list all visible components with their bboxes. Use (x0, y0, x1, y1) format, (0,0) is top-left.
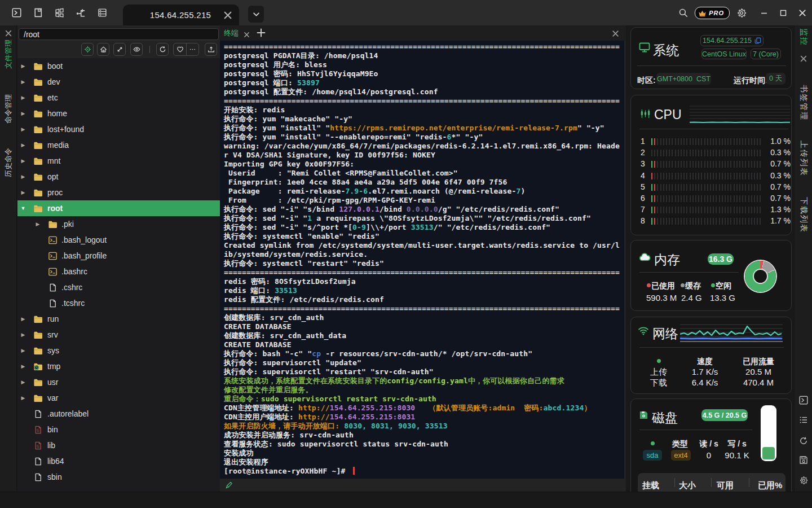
chevron-right-icon[interactable]: ▶ (20, 332, 26, 338)
tree-item--bash-profile[interactable]: .bash_profile (17, 248, 220, 264)
sidebar-tab-download-list[interactable]: 下载列表 (798, 197, 809, 233)
chevron-right-icon[interactable]: ▶ (20, 364, 26, 369)
locate-button[interactable] (81, 43, 94, 56)
sidebar-tab-monitor[interactable]: 监控 (798, 28, 809, 46)
tab-dropdown-button[interactable] (248, 6, 264, 23)
tree-item-lib[interactable]: lib (17, 437, 220, 453)
sidebar-tab-command-manager[interactable]: 命令管理 (3, 94, 14, 124)
quick-command-icon[interactable] (225, 481, 233, 489)
tree-item-dev[interactable]: ▶dev (17, 74, 220, 90)
chevron-right-icon[interactable]: ▶ (20, 174, 26, 179)
network-row-speed: 1.7 K/s (683, 367, 727, 376)
settings-gear-icon[interactable] (736, 8, 747, 18)
tree-item-boot[interactable]: ▶boot (17, 58, 220, 74)
sidebar-tab-bookmarks[interactable]: 书签管理 (798, 85, 809, 121)
tree-item--bash-logout[interactable]: .bash_logout (17, 232, 220, 248)
tree-item-lib64[interactable]: lib64 (17, 453, 220, 469)
sidebar-tab-file-manager[interactable]: 文件管理 (3, 40, 14, 69)
maximize-button[interactable] (774, 0, 793, 25)
tree-item-lost-found[interactable]: ▶lost+found (17, 121, 220, 137)
minimize-button[interactable] (754, 0, 774, 25)
resize-button[interactable] (113, 43, 126, 56)
tree-item-bin[interactable]: bin (17, 422, 220, 437)
server-list-icon[interactable] (98, 8, 107, 17)
tree-item-label: .cshrc (61, 283, 82, 292)
tree-item-proc[interactable]: ▶proc (17, 185, 220, 200)
gear-icon[interactable] (799, 476, 808, 485)
tree-item-srv[interactable]: ▶srv (17, 327, 220, 343)
session-tab[interactable]: 154.64.255.215 (123, 5, 239, 25)
task-list-icon[interactable] (799, 415, 808, 424)
path-input[interactable] (19, 28, 219, 40)
chevron-right-icon[interactable]: ▶ (20, 379, 26, 385)
terminal-panel-close-icon[interactable] (612, 29, 619, 37)
system-ip-badge[interactable]: 154.64.255.215 (700, 35, 764, 46)
new-file-icon[interactable] (33, 8, 43, 17)
refresh-icon[interactable] (799, 436, 808, 445)
monitor-panel-close-icon[interactable] (800, 55, 807, 62)
chevron-right-icon[interactable]: ▶ (20, 126, 26, 132)
chevron-right-icon[interactable]: ▶ (20, 316, 26, 322)
tree-item-var[interactable]: ▶var (17, 390, 220, 406)
chevron-right-icon[interactable]: ▶ (20, 63, 26, 69)
apps-grid-icon[interactable] (55, 8, 64, 17)
home-button[interactable] (97, 43, 109, 56)
tree-item-root[interactable]: ▼root (17, 200, 220, 216)
sidebar-tab-history[interactable]: 历史命令 (3, 148, 14, 177)
chevron-right-icon[interactable]: ▶ (20, 95, 26, 100)
tree-item-home[interactable]: ▶home (17, 106, 220, 121)
new-terminal-tab-icon[interactable] (256, 28, 266, 38)
connections-tree-icon[interactable] (76, 8, 86, 17)
tree-item--autorelabel[interactable]: .autorelabel (17, 406, 220, 422)
chevron-right-icon[interactable]: ▶ (20, 190, 26, 195)
tree-item-sbin[interactable]: sbin (17, 469, 220, 485)
chevron-right-icon[interactable]: ▶ (20, 395, 26, 401)
chevron-right-icon[interactable]: ▶ (20, 348, 26, 353)
close-button[interactable] (793, 0, 812, 25)
chevron-right-icon[interactable]: ▶ (20, 142, 26, 148)
refresh-button[interactable] (156, 43, 169, 56)
tree-item--cshrc[interactable]: .cshrc (17, 279, 220, 295)
terminal-tab[interactable]: 终端 (224, 25, 250, 41)
show-hidden-button[interactable] (130, 43, 143, 56)
cpu-core-row-8: 81.7 % (631, 216, 792, 227)
tree-item-label: boot (47, 62, 63, 71)
script-icon (48, 235, 58, 245)
save-icon[interactable] (799, 456, 808, 465)
new-terminal-icon[interactable] (12, 8, 21, 17)
pro-badge[interactable]: PRO (695, 7, 730, 19)
tree-item-run[interactable]: ▶run (17, 311, 220, 327)
search-icon[interactable] (678, 8, 688, 17)
tree-item-sys[interactable]: ▶sys (17, 343, 220, 358)
tree-item-media[interactable]: ▶media (17, 137, 220, 153)
upload-button[interactable] (205, 43, 217, 56)
cpu-core-percent: 0.7 % (762, 159, 791, 168)
network-sparkline (680, 322, 783, 344)
disk-gauge-fill (762, 447, 775, 459)
tree-item-tmp[interactable]: ▶tmp (17, 358, 220, 374)
copy-icon[interactable] (754, 37, 761, 44)
terminal-tab-close-icon[interactable] (244, 30, 250, 36)
chevron-right-icon[interactable]: ▶ (20, 79, 26, 85)
tree-item-mnt[interactable]: ▶mnt (17, 153, 220, 169)
system-ip: 154.64.255.215 (703, 37, 752, 45)
chevron-right-icon[interactable]: ▶ (35, 221, 41, 227)
session-tab-close-icon[interactable] (223, 11, 232, 20)
tree-item-etc[interactable]: ▶etc (17, 90, 220, 106)
tree-item--tcshrc[interactable]: .tcshrc (17, 295, 220, 311)
favorite-button[interactable] (174, 43, 186, 55)
terminal-shortcut-icon[interactable] (799, 396, 808, 405)
chevron-down-icon[interactable]: ▼ (20, 205, 26, 211)
chevron-right-icon[interactable]: ▶ (20, 158, 26, 164)
left-panel-close-icon[interactable] (5, 29, 12, 37)
folder-icon (48, 220, 58, 229)
tree-item-usr[interactable]: ▶usr (17, 374, 220, 390)
chevron-right-icon[interactable]: ▶ (20, 111, 26, 116)
tree-item--pki[interactable]: ▶.pki (17, 216, 220, 232)
terminal-output[interactable]: ========================================… (220, 41, 624, 479)
sidebar-tab-upload-list[interactable]: 上传列表 (798, 141, 809, 177)
tree-item-opt[interactable]: ▶opt (17, 169, 220, 185)
more-button[interactable] (186, 43, 198, 55)
tree-item--bashrc[interactable]: .bashrc (17, 264, 220, 279)
column-separator (711, 478, 712, 487)
